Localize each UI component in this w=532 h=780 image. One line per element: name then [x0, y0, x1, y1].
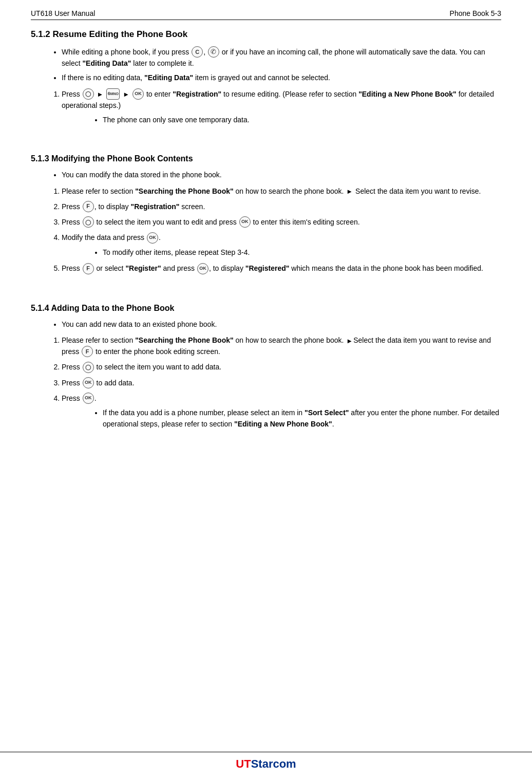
header-right: Phone Book 5-3	[450, 9, 501, 17]
step4b-subbullets: If the data you add is a phone number, p…	[103, 407, 501, 430]
list-item: If there is no editing data, "Editing Da…	[62, 72, 501, 84]
phone-icon: ✆	[208, 46, 219, 58]
c-icon: C	[192, 46, 203, 58]
logo: UTStarcom	[236, 757, 296, 771]
f-icon1: F	[83, 201, 94, 212]
step4-subbullets: To modify other items, please repeat Ste…	[103, 247, 501, 258]
registered-label: "Registered"	[245, 264, 290, 272]
list-item: While editing a phone book, if you press…	[62, 47, 501, 69]
ok-icon4: OK	[197, 263, 208, 274]
editing-data-label: "Editing Data"	[82, 59, 131, 67]
f-icon3: F	[82, 346, 93, 357]
logo-ut: UT	[236, 757, 251, 770]
arrow-icon2: ►	[123, 89, 129, 100]
section-514-steps: Please refer to section "Searching the P…	[62, 335, 501, 430]
list-item: If the data you add is a phone number, p…	[103, 407, 501, 430]
list-item: Press ◯ ► 6MNO ► OK to enter "Registrati…	[62, 89, 501, 126]
register-label: "Register"	[125, 264, 161, 272]
registration-label: "Registration"	[173, 90, 221, 98]
f-icon2: F	[83, 263, 94, 274]
list-item: Press ◯ to select the item you want to e…	[62, 217, 501, 228]
list-item: The phone can only save one temporary da…	[103, 115, 501, 126]
searching-label2: "Searching the Phone Book"	[135, 336, 233, 344]
list-item: Press F, to display "Registration" scree…	[62, 201, 501, 213]
editing-data-label2: "Editing Data"	[144, 73, 193, 82]
editing-new-label: "Editing a New Phone Book"	[358, 90, 457, 98]
list-item: Press ◯ to select the item you want to a…	[62, 362, 501, 373]
arrow-icon3: ►	[346, 187, 353, 197]
divider2	[31, 280, 501, 289]
registration-label2: "Registration"	[131, 202, 180, 211]
menu-icon3: ◯	[83, 362, 94, 373]
footer-bar: UTStarcom	[0, 752, 532, 771]
list-item: Press OK to add data.	[62, 378, 501, 389]
section-514-title: 5.1.4 Adding Data to the Phone Book	[31, 304, 501, 313]
searching-label1: "Searching the Phone Book"	[135, 187, 233, 195]
logo-starcom: Starcom	[251, 757, 296, 770]
ok-icon3: OK	[147, 232, 158, 244]
list-item: You can modify the data stored in the ph…	[62, 170, 501, 181]
6mno-icon: 6MNO	[106, 88, 120, 100]
editing-new-label2: "Editing a New Phone Book"	[234, 420, 332, 428]
list-item: Press F or select "Register" and press O…	[62, 263, 501, 274]
section-514-bullets: You can add new data to an existed phone…	[62, 319, 501, 330]
list-item: Modify the data and press OK. To modify …	[62, 232, 501, 258]
section-513-steps: Please refer to section "Searching the P…	[62, 186, 501, 275]
header-left: UT618 User Manual	[31, 9, 95, 17]
divider	[31, 131, 501, 140]
list-item: You can add new data to an existed phone…	[62, 319, 501, 330]
section-512-steps: Press ◯ ► 6MNO ► OK to enter "Registrati…	[62, 89, 501, 126]
section-512-title: 5.1.2 Resume Editing the Phone Book	[31, 29, 501, 40]
page: UT618 User Manual Phone Book 5-3 5.1.2 R…	[0, 0, 532, 780]
section-513-bullets: You can modify the data stored in the ph…	[62, 170, 501, 181]
header-bar: UT618 User Manual Phone Book 5-3	[31, 9, 501, 20]
list-item: Please refer to section "Searching the P…	[62, 335, 501, 358]
list-item: Please refer to section "Searching the P…	[62, 186, 501, 197]
ok-icon2: OK	[239, 216, 251, 228]
list-item: To modify other items, please repeat Ste…	[103, 247, 501, 258]
arrow-icon4: ►	[346, 336, 353, 346]
section-513-title: 5.1.3 Modifying the Phone Book Contents	[31, 154, 501, 163]
sort-select-label: "Sort Select"	[305, 408, 349, 417]
ok-icon: OK	[132, 88, 144, 100]
menu-icon: ◯	[83, 88, 94, 100]
menu-icon2: ◯	[83, 216, 94, 228]
section-512-bullets: While editing a phone book, if you press…	[62, 47, 501, 84]
list-item: Press OK. If the data you add is a phone…	[62, 393, 501, 430]
ok-icon5: OK	[83, 377, 94, 388]
step1-subbullets: The phone can only save one temporary da…	[103, 115, 501, 126]
arrow-icon: ►	[97, 89, 104, 100]
ok-icon6: OK	[83, 393, 94, 404]
